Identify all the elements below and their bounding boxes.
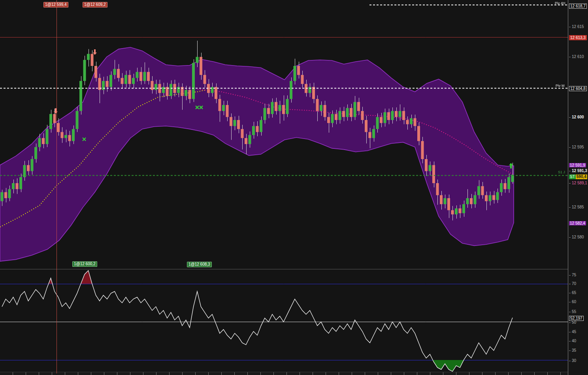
price-axis-label: 12 591,3: [569, 168, 587, 173]
entry-order-badge-2: 1@12 609,2: [83, 2, 107, 8]
exit-order-badge-1: 1@12 600,2: [72, 261, 97, 267]
price-axis-label: 12 589,1: [569, 180, 587, 186]
price-axis-label: 12 591,9: [569, 163, 586, 167]
price-chart-canvas[interactable]: [0, 0, 568, 269]
exit-order-badge-2: 1@12 608,3: [187, 262, 212, 267]
rsi-axis-label: 50: [569, 320, 576, 325]
price-axis-label: 12 610: [569, 54, 584, 59]
supertrend-chip: ST: [569, 174, 576, 179]
price-axis-label: 12 595: [569, 144, 584, 150]
price-axis-label: 12 615: [569, 24, 584, 29]
rsi-axis-label: 55: [569, 309, 576, 314]
price-axis-label: 12 600: [569, 114, 584, 120]
rsi-indicator-canvas[interactable]: [0, 270, 568, 372]
rsi-axis-label: 40: [569, 338, 576, 343]
price-axis-label: ST590,4: [569, 174, 587, 179]
time-axis[interactable]: [0, 372, 568, 375]
pivot-m-line-label: Piv M: [556, 84, 565, 88]
rsi-axis-label: 60: [569, 299, 576, 304]
rsi-axis-label: 65: [569, 290, 576, 295]
price-axis-label: 12 582,4: [569, 221, 586, 225]
price-axis-label: 12 585: [569, 204, 584, 210]
panel-resize-divider[interactable]: [0, 269, 588, 270]
price-axis-label: 12 613,3: [569, 35, 587, 40]
price-axis[interactable]: 12 618,712 61512 613,312 61012 604,812 6…: [568, 0, 588, 375]
support-s1-line-label: S1 J: [558, 170, 565, 174]
rsi-axis-label: 45: [569, 329, 576, 334]
rsi-axis-label: 30: [569, 358, 576, 363]
trade-cursor-line: [57, 0, 57, 373]
rsi-axis-label: 35: [569, 348, 576, 353]
entry-order-badge-1: 1@12 599,4: [43, 2, 68, 8]
price-axis-label: 12 604,8: [569, 86, 587, 91]
price-axis-label: 12 580: [569, 234, 584, 240]
rsi-axis-label: 70: [569, 281, 576, 286]
rsi-axis-label: 75: [569, 272, 576, 278]
trading-chart-window: 1@12 599,4 1@12 609,2 1@12 600,2 1@12 60…: [0, 0, 588, 375]
price-axis-label: 12 618,7: [569, 4, 587, 9]
last-price-chip: 590,4: [576, 174, 587, 179]
pivot-4h-line-label: Piv 4H: [555, 1, 565, 5]
